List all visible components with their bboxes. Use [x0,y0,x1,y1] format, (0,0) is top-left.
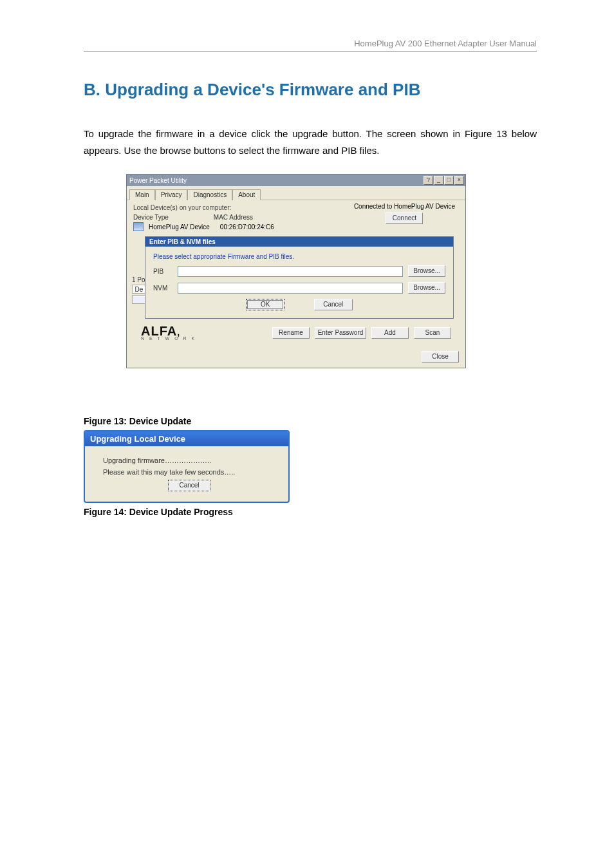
intro-paragraph: To upgrade the firmware in a device clic… [84,126,537,158]
device-mac-value: 00:26:D7:00:24:C6 [220,223,274,231]
browse-nvm-button[interactable]: Browse... [408,282,445,294]
alfa-logo: ALFA, N E T W O R K [141,325,196,341]
titlebar: Power Packet Utility ? _ □ × [127,175,465,186]
upgrading-cancel-button[interactable]: Cancel [168,480,210,491]
main-panel: Local Device(s) on your computer: Device… [127,200,465,347]
minimize-icon[interactable]: _ [434,176,443,185]
enter-pib-nvm-dialog: Enter PIB & NVM files Please select appr… [145,236,454,319]
upgrading-dialog-title: Upgrading Local Device [85,431,288,446]
col-device-type: Device Type [133,214,169,221]
dialog-hint: Please select appropriate Firmware and P… [153,253,445,260]
partial-list-fragment: 1 Po De [132,276,146,304]
connect-button[interactable]: Connect [386,212,423,224]
upgrading-dialog: Upgrading Local Device Upgrading firmwar… [84,430,290,503]
device-icon [133,222,144,231]
help-icon[interactable]: ? [423,176,433,185]
upgrading-line-1: Upgrading firmware……………….. [103,457,275,464]
pib-label: PIB [153,268,172,275]
frag-2: De [132,285,146,294]
figure-13-caption: Figure 13: Device Update [84,416,537,426]
tab-diagnostics[interactable]: Diagnostics [187,189,232,200]
tab-main[interactable]: Main [129,189,155,200]
ok-button[interactable]: OK [246,299,284,310]
tab-privacy[interactable]: Privacy [155,189,188,200]
page-header: HomePlug AV 200 Ethernet Adapter User Ma… [84,39,537,52]
dialog-title: Enter PIB & NVM files [145,237,453,247]
tabs: Main Privacy Diagnostics About [127,186,465,200]
nvm-label: NVM [153,285,172,292]
enter-password-button[interactable]: Enter Password [315,327,366,339]
tab-about[interactable]: About [232,189,261,200]
maximize-icon[interactable]: □ [444,176,454,185]
add-button[interactable]: Add [371,327,409,339]
nvm-input[interactable] [178,283,403,294]
frag-1: 1 Po [132,276,146,283]
browse-pib-button[interactable]: Browse... [408,265,445,277]
connected-label: Connected to HomePlug AV Device [354,203,455,210]
logo-sub: N E T W O R K [141,337,196,341]
upgrading-line-2: Please wait this may take few seconds….. [103,468,275,476]
close-icon[interactable]: × [454,176,464,185]
rename-button[interactable]: Rename [272,327,310,339]
window-title: Power Packet Utility [129,177,423,184]
scan-button[interactable]: Scan [414,327,451,339]
col-mac-address: MAC Address [214,214,253,221]
close-button[interactable]: Close [422,351,459,363]
figure-14-caption: Figure 14: Device Update Progress [84,507,537,517]
power-packet-utility-window: Power Packet Utility ? _ □ × Main Privac… [126,174,466,368]
frag-3 [132,295,146,304]
section-heading: B. Upgrading a Device's Firmware and PIB [84,80,537,100]
cancel-button[interactable]: Cancel [314,299,353,310]
pib-input[interactable] [178,266,403,277]
device-type-value: HomePlug AV Device [149,223,210,231]
